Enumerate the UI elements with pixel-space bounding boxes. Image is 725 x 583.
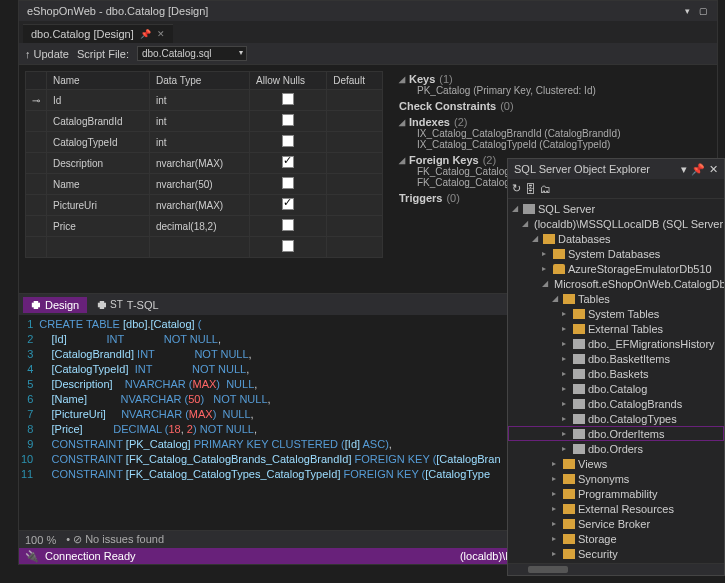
- type-cell[interactable]: nvarchar(MAX): [149, 153, 249, 174]
- pin-icon[interactable]: 📌: [140, 29, 151, 39]
- tree-node[interactable]: ▸dbo.Baskets: [508, 366, 724, 381]
- tree-node[interactable]: ▸dbo.BasketItems: [508, 351, 724, 366]
- horizontal-scrollbar[interactable]: [508, 563, 724, 575]
- name-cell[interactable]: Price: [47, 216, 150, 237]
- tree-node[interactable]: ▸Storage: [508, 531, 724, 546]
- name-cell[interactable]: Name: [47, 174, 150, 195]
- database-icon: [553, 264, 565, 274]
- nulls-cell[interactable]: [250, 111, 327, 132]
- table-row[interactable]: ⊸Idint: [26, 90, 383, 111]
- index-item[interactable]: IX_Catalog_CatalogBrandId (CatalogBrandI…: [399, 128, 707, 139]
- table-row[interactable]: Namenvarchar(50): [26, 174, 383, 195]
- nulls-cell[interactable]: [250, 216, 327, 237]
- add-server-icon[interactable]: 🗄: [525, 183, 536, 195]
- document-tab[interactable]: dbo.Catalog [Design] 📌 ✕: [23, 24, 173, 43]
- pk-item[interactable]: PK_Catalog (Primary Key, Clustered: Id): [399, 85, 707, 96]
- document-tab-strip: dbo.Catalog [Design] 📌 ✕: [19, 21, 717, 43]
- sql-object-explorer: SQL Server Object Explorer ▾ 📌 ✕ ↻ 🗄 🗂 ◢…: [507, 158, 725, 576]
- type-cell[interactable]: nvarchar(50): [149, 174, 249, 195]
- default-header[interactable]: Default: [327, 72, 383, 90]
- arrow-up-icon: ↑: [25, 48, 31, 60]
- tree-node[interactable]: ▸External Tables: [508, 321, 724, 336]
- tree-node[interactable]: ▸External Resources: [508, 501, 724, 516]
- allownulls-header[interactable]: Allow Nulls: [250, 72, 327, 90]
- tree-node[interactable]: ▸Programmability: [508, 486, 724, 501]
- tree-node[interactable]: ▸dbo.OrderItems: [508, 426, 724, 441]
- key-header: [26, 72, 47, 90]
- default-cell[interactable]: [327, 90, 383, 111]
- nulls-cell[interactable]: [250, 153, 327, 174]
- columns-grid: Name Data Type Allow Nulls Default ⊸Idin…: [19, 65, 389, 293]
- table-icon: [573, 369, 585, 379]
- explorer-tree[interactable]: ◢SQL Server◢(localdb)\MSSQLLocalDB (SQL …: [508, 199, 724, 563]
- datatype-header[interactable]: Data Type: [149, 72, 249, 90]
- design-tab[interactable]: 🞧 Design: [23, 297, 87, 313]
- zoom-level[interactable]: 100 %: [25, 534, 56, 546]
- tree-node[interactable]: ▸dbo.Orders: [508, 441, 724, 456]
- index-item[interactable]: IX_Catalog_CatalogTypeId (CatalogTypeId): [399, 139, 707, 150]
- type-cell[interactable]: int: [149, 132, 249, 153]
- tree-node[interactable]: ◢Databases: [508, 231, 724, 246]
- update-button[interactable]: ↑ Update: [25, 48, 69, 60]
- tree-node[interactable]: ▸dbo.CatalogTypes: [508, 411, 724, 426]
- tree-node[interactable]: ▸Views: [508, 456, 724, 471]
- indexes-section[interactable]: ◢Indexes (2): [399, 116, 707, 128]
- tree-node[interactable]: ▸dbo.CatalogBrands: [508, 396, 724, 411]
- nulls-cell[interactable]: [250, 174, 327, 195]
- refresh-icon[interactable]: ↻: [512, 182, 521, 195]
- name-cell[interactable]: CatalogBrandId: [47, 111, 150, 132]
- window-menu-icon[interactable]: ▾: [685, 6, 695, 16]
- script-file-dropdown[interactable]: dbo.Catalog.sql: [137, 46, 247, 61]
- tree-node[interactable]: ◢Microsoft.eShopOnWeb.CatalogDb: [508, 276, 724, 291]
- type-cell[interactable]: int: [149, 90, 249, 111]
- nulls-cell[interactable]: [250, 132, 327, 153]
- nulls-cell[interactable]: [250, 195, 327, 216]
- group-icon[interactable]: 🗂: [540, 183, 551, 195]
- tree-node[interactable]: ◢SQL Server: [508, 201, 724, 216]
- tree-node[interactable]: ▸Security: [508, 546, 724, 561]
- default-cell[interactable]: [327, 216, 383, 237]
- name-cell[interactable]: PictureUri: [47, 195, 150, 216]
- table-row[interactable]: CatalogBrandIdint: [26, 111, 383, 132]
- table-row[interactable]: Descriptionnvarchar(MAX): [26, 153, 383, 174]
- type-cell[interactable]: nvarchar(MAX): [149, 195, 249, 216]
- window-menu-icon[interactable]: ▾: [681, 163, 687, 176]
- issues-label: No issues found: [85, 533, 164, 545]
- tree-node[interactable]: ▸Synonyms: [508, 471, 724, 486]
- keys-section[interactable]: ◢Keys (1): [399, 73, 707, 85]
- tree-node[interactable]: ◢Tables: [508, 291, 724, 306]
- tree-node[interactable]: ▸System Databases: [508, 246, 724, 261]
- pin-icon[interactable]: 📌: [691, 163, 705, 176]
- tsql-tab[interactable]: 🞧 ST T-SQL: [89, 297, 166, 313]
- nulls-cell[interactable]: [250, 90, 327, 111]
- key-cell: [26, 153, 47, 174]
- folder-icon: [573, 324, 585, 334]
- table-row[interactable]: CatalogTypeIdint: [26, 132, 383, 153]
- tree-node[interactable]: ◢(localdb)\MSSQLLocalDB (SQL Server 13.0…: [508, 216, 724, 231]
- name-header[interactable]: Name: [47, 72, 150, 90]
- default-cell[interactable]: [327, 195, 383, 216]
- name-cell[interactable]: Description: [47, 153, 150, 174]
- tree-node[interactable]: ▸dbo._EFMigrationsHistory: [508, 336, 724, 351]
- folder-icon: [563, 534, 575, 544]
- window-maximize-icon[interactable]: ▢: [699, 6, 709, 16]
- default-cell[interactable]: [327, 174, 383, 195]
- table-row[interactable]: Pricedecimal(18,2): [26, 216, 383, 237]
- name-cell[interactable]: CatalogTypeId: [47, 132, 150, 153]
- server-folder-icon: [523, 204, 535, 214]
- close-icon[interactable]: ✕: [709, 163, 718, 176]
- tree-node[interactable]: ▸AzureStorageEmulatorDb510: [508, 261, 724, 276]
- default-cell[interactable]: [327, 153, 383, 174]
- folder-icon: [563, 489, 575, 499]
- type-cell[interactable]: decimal(18,2): [149, 216, 249, 237]
- default-cell[interactable]: [327, 132, 383, 153]
- table-row[interactable]: PictureUrinvarchar(MAX): [26, 195, 383, 216]
- close-icon[interactable]: ✕: [157, 29, 165, 39]
- check-section[interactable]: Check Constraints (0): [399, 100, 707, 112]
- type-cell[interactable]: int: [149, 111, 249, 132]
- tree-node[interactable]: ▸Service Broker: [508, 516, 724, 531]
- tree-node[interactable]: ▸dbo.Catalog: [508, 381, 724, 396]
- tree-node[interactable]: ▸System Tables: [508, 306, 724, 321]
- default-cell[interactable]: [327, 111, 383, 132]
- name-cell[interactable]: Id: [47, 90, 150, 111]
